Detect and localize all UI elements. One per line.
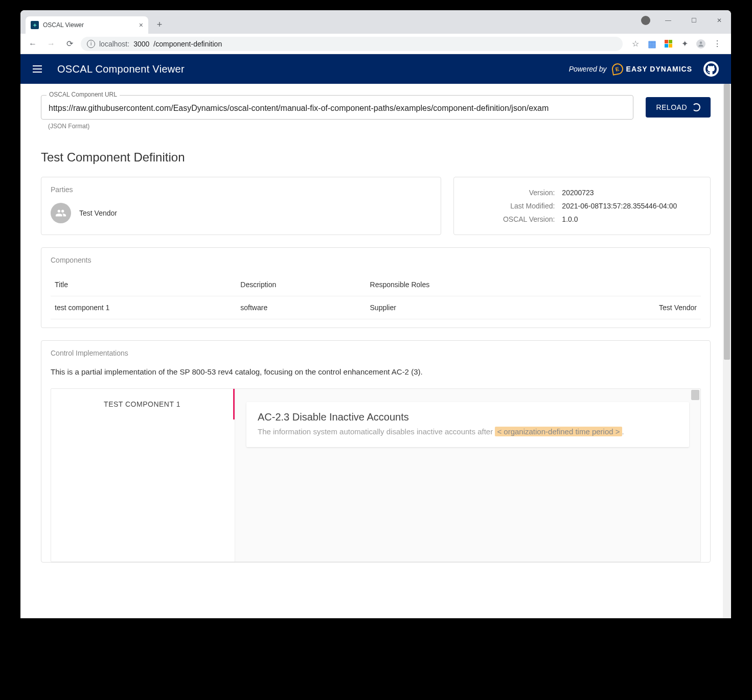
parties-card: Parties Test Vendor xyxy=(41,177,441,235)
version-label: Version: xyxy=(464,186,558,199)
tab-title: OSCAL Viewer xyxy=(43,21,84,29)
implementations-card: Control Implementations This is a partia… xyxy=(41,340,711,563)
forward-button[interactable]: → xyxy=(44,37,58,51)
address-input[interactable]: i localhost:3000/component-definition xyxy=(81,37,623,51)
requirement-title: AC-2.3 Disable Inactive Accounts xyxy=(258,411,678,423)
address-bar: ← → ⟳ i localhost:3000/component-definit… xyxy=(20,34,731,54)
component-url-input[interactable] xyxy=(49,104,626,113)
cell-role: Supplier xyxy=(366,296,566,319)
group-icon xyxy=(51,203,71,223)
scrollbar-thumb[interactable] xyxy=(724,84,730,360)
url-port: 3000 xyxy=(133,40,149,48)
back-button[interactable]: ← xyxy=(26,37,40,51)
browser-tab-bar: ✦ OSCAL Viewer × + — ☐ ✕ xyxy=(20,10,731,34)
github-link[interactable] xyxy=(703,61,719,77)
star-icon[interactable]: ☆ xyxy=(631,39,640,49)
metadata-card: Version:20200723 Last Modified:2021-06-0… xyxy=(453,177,711,235)
page-title: Test Component Definition xyxy=(41,150,711,165)
cell-description: software xyxy=(236,296,366,319)
inner-scrollbar[interactable] xyxy=(691,390,699,400)
req-desc-prefix: The information system automatically dis… xyxy=(258,427,495,436)
implementation-detail: TEST COMPONENT 1 AC-2.3 Disable Inactive… xyxy=(51,388,701,562)
maximize-button[interactable]: ☐ xyxy=(682,10,705,31)
window-controls: — ☐ ✕ xyxy=(641,10,731,31)
components-table: Title Description Responsible Roles test… xyxy=(51,273,701,319)
browser-menu-icon[interactable]: ⋮ xyxy=(713,39,722,49)
brand-name: EASY DYNAMICS xyxy=(626,65,692,73)
url-field-label: OSCAL Component URL xyxy=(47,91,120,98)
party-row: Test Vendor xyxy=(51,203,431,223)
powered-by: Powered by E EASY DYNAMICS xyxy=(569,61,719,77)
url-host: localhost: xyxy=(99,40,129,48)
party-name: Test Vendor xyxy=(79,209,117,217)
profile-dot-icon xyxy=(641,16,650,25)
implementations-label: Control Implementations xyxy=(51,349,701,357)
app-title: OSCAL Component Viewer xyxy=(57,63,185,75)
table-row: test component 1 software Supplier Test … xyxy=(51,296,701,319)
browser-window: ✦ OSCAL Viewer × + — ☐ ✕ ← → ⟳ i localho… xyxy=(20,10,731,618)
requirement-card: AC-2.3 Disable Inactive Accounts The inf… xyxy=(246,402,689,447)
menu-button[interactable] xyxy=(33,65,45,73)
reload-button[interactable]: RELOAD xyxy=(646,97,711,118)
new-tab-button[interactable]: + xyxy=(152,17,167,32)
cell-title: test component 1 xyxy=(51,296,236,319)
oscal-label: OSCAL Version: xyxy=(464,213,558,225)
implementation-pane: AC-2.3 Disable Inactive Accounts The inf… xyxy=(235,389,700,562)
modified-label: Last Modified: xyxy=(464,200,558,212)
browser-tab[interactable]: ✦ OSCAL Viewer × xyxy=(26,16,148,34)
app-header: OSCAL Component Viewer Powered by E EASY… xyxy=(20,54,731,84)
page-scrollbar[interactable] xyxy=(723,84,731,618)
reload-page-button[interactable]: ⟳ xyxy=(62,37,77,51)
req-desc-suffix: . xyxy=(622,427,624,436)
parties-label: Parties xyxy=(51,185,431,194)
parameter-placeholder: < organization-defined time period > xyxy=(495,427,622,436)
url-helper-text: (JSON Format) xyxy=(48,123,633,130)
col-roles: Responsible Roles xyxy=(366,273,566,296)
powered-by-label: Powered by xyxy=(569,65,607,73)
windows-icon[interactable] xyxy=(664,39,673,49)
col-description: Description xyxy=(236,273,366,296)
url-path: /component-definition xyxy=(153,40,222,48)
reload-button-label: RELOAD xyxy=(656,103,687,111)
requirement-description: The information system automatically dis… xyxy=(258,426,678,438)
implementation-description: This is a partial implementation of the … xyxy=(51,367,701,376)
minimize-button[interactable]: — xyxy=(656,10,680,31)
page-content: OSCAL Component URL (JSON Format) RELOAD… xyxy=(20,84,731,618)
close-tab-icon[interactable]: × xyxy=(139,21,143,29)
extension-icons: ☆ ▦ ✦ ⋮ xyxy=(627,39,726,49)
components-card: Components Title Description Responsible… xyxy=(41,247,711,328)
reload-spinner-icon xyxy=(692,103,700,111)
svg-point-0 xyxy=(700,41,702,44)
extensions-icon[interactable]: ✦ xyxy=(680,39,689,49)
favicon-icon: ✦ xyxy=(31,21,39,29)
apps-grid-icon[interactable]: ▦ xyxy=(647,39,656,49)
profile-avatar[interactable] xyxy=(696,39,705,49)
modified-value: 2021-06-08T13:57:28.355446-04:00 xyxy=(559,200,700,212)
implementation-tabs: TEST COMPONENT 1 xyxy=(51,389,235,562)
oscal-value: 1.0.0 xyxy=(559,213,700,225)
brand-logo-icon: E xyxy=(611,62,624,75)
brand-logo[interactable]: E EASY DYNAMICS xyxy=(612,63,692,75)
components-label: Components xyxy=(51,256,701,264)
url-fieldset: OSCAL Component URL xyxy=(41,95,633,120)
close-window-button[interactable]: ✕ xyxy=(708,10,731,31)
version-value: 20200723 xyxy=(559,186,700,199)
implementation-tab[interactable]: TEST COMPONENT 1 xyxy=(51,389,235,419)
site-info-icon[interactable]: i xyxy=(87,40,95,48)
cell-vendor: Test Vendor xyxy=(565,296,701,319)
col-title: Title xyxy=(51,273,236,296)
